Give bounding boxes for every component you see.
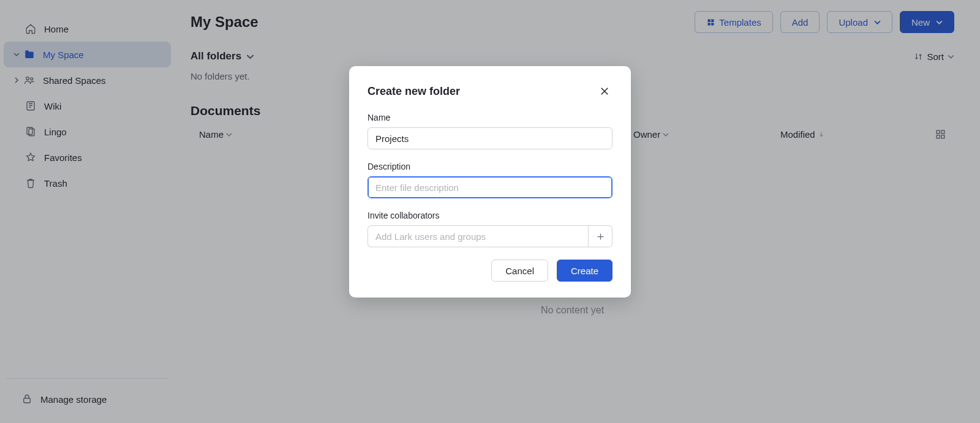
modal-overlay[interactable]: Create new folder Name Description Invit… bbox=[0, 0, 980, 423]
close-icon bbox=[599, 86, 610, 97]
plus-icon bbox=[596, 232, 605, 241]
field-description: Description bbox=[368, 162, 612, 198]
field-label: Name bbox=[368, 113, 612, 122]
modal-close-button[interactable] bbox=[597, 83, 612, 99]
field-label: Invite collaborators bbox=[368, 211, 612, 220]
collaborators-input[interactable] bbox=[368, 225, 588, 247]
add-collaborator-button[interactable] bbox=[588, 225, 612, 247]
button-label: Create bbox=[571, 266, 598, 276]
field-label: Description bbox=[368, 162, 612, 171]
folder-description-input[interactable] bbox=[368, 176, 612, 198]
modal-title: Create new folder bbox=[368, 85, 460, 98]
folder-name-input[interactable] bbox=[368, 127, 612, 149]
field-collaborators: Invite collaborators bbox=[368, 211, 612, 247]
cancel-button[interactable]: Cancel bbox=[491, 260, 548, 282]
button-label: Cancel bbox=[505, 266, 534, 276]
create-button[interactable]: Create bbox=[557, 260, 612, 282]
create-folder-modal: Create new folder Name Description Invit… bbox=[349, 66, 631, 298]
field-name: Name bbox=[368, 113, 612, 149]
modal-footer: Cancel Create bbox=[368, 260, 612, 282]
